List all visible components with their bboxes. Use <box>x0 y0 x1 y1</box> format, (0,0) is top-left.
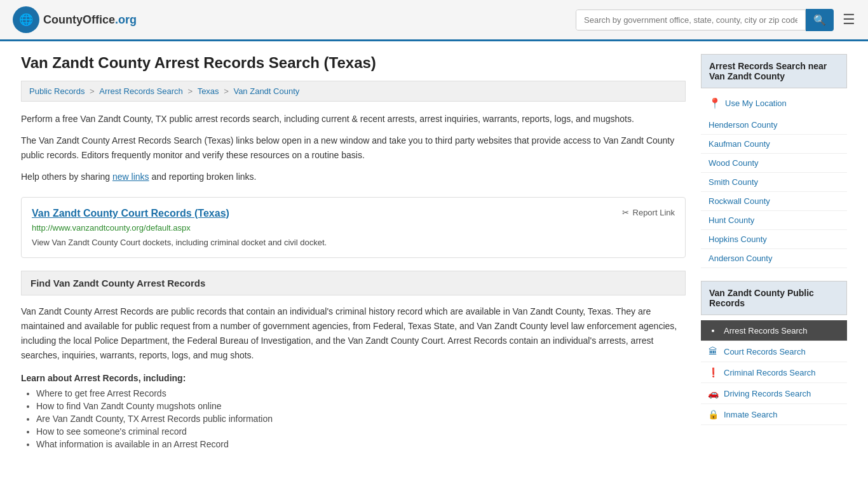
breadcrumb-separator-1: > <box>90 86 97 96</box>
breadcrumb-separator-2: > <box>187 86 194 96</box>
sidebar-public-records-title: Van Zandt County Public Records <box>701 281 847 315</box>
arrest-records-icon: ▪ <box>707 325 719 336</box>
search-input[interactable] <box>576 10 805 30</box>
record-card-url[interactable]: http://www.vanzandtcounty.org/default.as… <box>32 223 675 233</box>
search-input-wrap <box>576 10 806 30</box>
learn-list: Where to get free Arrest Records How to … <box>21 388 686 449</box>
sidebar-court-records[interactable]: 🏛 Court Records Search <box>701 341 847 362</box>
logo-icon: 🌐 <box>13 6 39 33</box>
learn-list-item-4: How to see someone's criminal record <box>36 426 686 437</box>
menu-button[interactable]: ☰ <box>843 11 855 28</box>
use-my-location[interactable]: 📍 Use My Location <box>701 93 847 113</box>
learn-list-item-3: Are Van Zandt County, TX Arrest Records … <box>36 414 686 424</box>
record-card: Van Zandt County Court Records (Texas) ✂… <box>21 197 686 258</box>
sidebar-hopkins-county[interactable]: Hopkins County <box>701 230 847 249</box>
sidebar-nearby: Arrest Records Search near Van Zandt Cou… <box>701 54 847 268</box>
main-container: Van Zandt County Arrest Records Search (… <box>8 41 860 464</box>
driving-records-label: Driving Records Search <box>724 389 811 398</box>
find-section-header: Find Van Zandt County Arrest Records <box>21 271 686 295</box>
sidebar: Arrest Records Search near Van Zandt Cou… <box>701 54 847 452</box>
record-card-title[interactable]: Van Zandt County Court Records (Texas) <box>32 208 229 219</box>
content-area: Van Zandt County Arrest Records Search (… <box>21 54 686 452</box>
description-para-2: The Van Zandt County Arrest Records Sear… <box>21 133 686 162</box>
criminal-records-label: Criminal Records Search <box>724 368 816 377</box>
sidebar-rockwall-county[interactable]: Rockwall County <box>701 192 847 211</box>
breadcrumb: Public Records > Arrest Records Search >… <box>21 81 686 102</box>
desc-para-3-prefix: Help others by sharing <box>21 172 112 182</box>
logo-text: CountyOffice.org <box>43 13 137 26</box>
find-section-body: Van Zandt County Arrest Records are publ… <box>21 304 686 363</box>
court-records-icon: 🏛 <box>707 346 719 356</box>
description-para-3: Help others by sharing new links and rep… <box>21 170 686 184</box>
description-para-1: Perform a free Van Zandt County, TX publ… <box>21 112 686 126</box>
driving-records-icon: 🚗 <box>707 388 719 398</box>
sidebar-wood-county[interactable]: Wood County <box>701 154 847 173</box>
criminal-records-icon: ❗ <box>707 367 719 377</box>
record-card-description: View Van Zandt County Court dockets, inc… <box>32 238 675 247</box>
learn-heading: Learn about Arrest Records, including: <box>21 373 686 383</box>
record-card-header: Van Zandt County Court Records (Texas) ✂… <box>32 208 675 219</box>
breadcrumb-link-van-zandt[interactable]: Van Zandt County <box>233 86 299 96</box>
sidebar-public-records: Van Zandt County Public Records ▪ Arrest… <box>701 281 847 425</box>
arrest-records-label: Arrest Records Search <box>724 326 808 336</box>
report-link-label: Report Link <box>633 208 675 217</box>
sidebar-kaufman-county[interactable]: Kaufman County <box>701 135 847 154</box>
page-title: Van Zandt County Arrest Records Search (… <box>21 54 686 72</box>
new-links-link[interactable]: new links <box>112 172 149 182</box>
report-link-button[interactable]: ✂ Report Link <box>622 208 675 217</box>
site-header: 🌐 CountyOffice.org 🔍 ☰ <box>0 0 868 41</box>
report-link-icon: ✂ <box>622 208 629 217</box>
use-location-label: Use My Location <box>725 98 787 108</box>
sidebar-smith-county[interactable]: Smith County <box>701 173 847 192</box>
search-button[interactable]: 🔍 <box>806 9 834 31</box>
breadcrumb-link-public-records[interactable]: Public Records <box>29 86 85 96</box>
inmate-search-label: Inmate Search <box>724 410 778 419</box>
inmate-search-icon: 🔒 <box>707 409 719 419</box>
sidebar-henderson-county[interactable]: Henderson County <box>701 116 847 135</box>
sidebar-anderson-county[interactable]: Anderson County <box>701 249 847 268</box>
logo-area[interactable]: 🌐 CountyOffice.org <box>13 6 137 33</box>
sidebar-public-records-title-text: Van Zandt County Public Records <box>709 288 814 308</box>
search-area: 🔍 ☰ <box>576 9 855 31</box>
logo-tld: .org <box>115 13 137 26</box>
learn-list-item-2: How to find Van Zandt County mugshots on… <box>36 401 686 411</box>
sidebar-criminal-records[interactable]: ❗ Criminal Records Search <box>701 362 847 383</box>
breadcrumb-separator-3: > <box>224 86 231 96</box>
sidebar-driving-records[interactable]: 🚗 Driving Records Search <box>701 383 847 404</box>
sidebar-hunt-county[interactable]: Hunt County <box>701 211 847 230</box>
sidebar-nearby-title: Arrest Records Search near Van Zandt Cou… <box>701 54 847 88</box>
location-pin-icon: 📍 <box>709 97 721 109</box>
learn-list-item-5: What information is available in an Arre… <box>36 439 686 449</box>
desc-para-3-suffix: and reporting broken links. <box>149 172 257 182</box>
breadcrumb-link-arrest-records[interactable]: Arrest Records Search <box>99 86 183 96</box>
learn-list-item-1: Where to get free Arrest Records <box>36 388 686 398</box>
court-records-label: Court Records Search <box>724 347 806 356</box>
sidebar-arrest-records[interactable]: ▪ Arrest Records Search <box>701 320 847 341</box>
breadcrumb-link-texas[interactable]: Texas <box>198 86 219 96</box>
sidebar-nearby-title-text: Arrest Records Search near Van Zandt Cou… <box>709 61 827 81</box>
sidebar-inmate-search[interactable]: 🔒 Inmate Search <box>701 404 847 425</box>
